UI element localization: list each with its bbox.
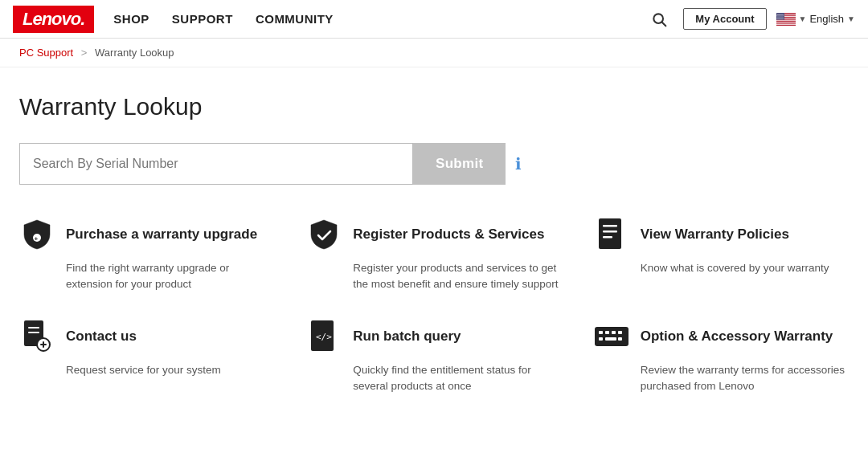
card-option-accessory: Option & Accessory Warranty Review the w… [594, 319, 849, 395]
svg-rect-59 [612, 331, 616, 334]
svg-rect-9 [776, 19, 796, 20]
language-selector[interactable]: ▼ English ▼ [776, 13, 855, 26]
svg-rect-11 [776, 22, 796, 22]
svg-point-20 [777, 14, 778, 15]
document-icon [594, 217, 629, 252]
card-warranty-upgrade: + Purchase a warranty upgrade Find the r… [19, 217, 274, 293]
navbar: Lenovo. SHOP SUPPORT COMMUNITY My Accoun… [0, 0, 868, 39]
card-title: Option & Accessory Warranty [641, 328, 833, 345]
shield-upgrade-icon: + [19, 217, 55, 252]
svg-rect-61 [599, 337, 603, 341]
card-title: Contact us [66, 328, 137, 345]
svg-point-30 [779, 16, 780, 17]
svg-point-22 [780, 14, 781, 15]
card-header: </> Run batch query [306, 319, 561, 354]
svg-rect-57 [599, 331, 603, 334]
card-header: + Purchase a warranty upgrade [19, 217, 274, 252]
svg-point-36 [781, 17, 782, 18]
svg-point-15 [776, 13, 777, 14]
svg-text:</>: </> [316, 332, 332, 342]
main-content: Warranty Lookup Submit ℹ + Purchase a wa… [0, 67, 868, 420]
lenovo-logo[interactable]: Lenovo. [13, 6, 94, 33]
shield-check-icon [306, 217, 342, 252]
svg-point-17 [780, 13, 780, 14]
keyboard-icon [594, 319, 629, 354]
breadcrumb: PC Support > Warranty Lookup [0, 39, 868, 67]
card-header: View Warranty Policies [594, 217, 849, 252]
card-description: Know what is covered by your warranty [594, 260, 849, 276]
card-header: Contact us [19, 319, 274, 354]
card-description: Review the warranty terms for accessorie… [594, 362, 849, 395]
svg-point-34 [778, 17, 779, 18]
svg-point-19 [783, 13, 784, 14]
svg-rect-12 [776, 22, 796, 23]
card-register-products: Register Products & Services Register yo… [306, 217, 561, 293]
serial-number-input[interactable] [19, 143, 413, 185]
svg-point-29 [777, 16, 778, 17]
card-title: View Warranty Policies [641, 226, 789, 243]
svg-point-28 [783, 15, 784, 16]
svg-point-32 [782, 16, 783, 17]
svg-rect-44 [599, 218, 621, 249]
card-title: Run batch query [353, 328, 461, 345]
info-icon[interactable]: ℹ [515, 154, 522, 173]
svg-point-24 [776, 15, 777, 16]
svg-point-35 [780, 17, 780, 18]
breadcrumb-parent[interactable]: PC Support [19, 47, 73, 59]
nav-community[interactable]: COMMUNITY [256, 12, 334, 26]
search-button[interactable] [645, 8, 674, 31]
cards-grid: + Purchase a warranty upgrade Find the r… [19, 217, 849, 394]
breadcrumb-current: Warranty Lookup [95, 47, 174, 59]
navbar-right: My Account [645, 8, 855, 31]
svg-rect-50 [28, 332, 39, 333]
nav-support[interactable]: SUPPORT [172, 12, 233, 26]
lang-chevron-icon-2: ▼ [847, 14, 855, 23]
svg-point-26 [780, 15, 780, 16]
svg-rect-13 [776, 23, 796, 24]
svg-rect-63 [618, 337, 622, 341]
svg-text:+: + [35, 235, 39, 243]
svg-rect-10 [776, 20, 796, 21]
code-doc-icon: </> [306, 319, 342, 354]
card-description: Find the right warranty upgrade or exten… [19, 260, 274, 293]
svg-rect-46 [603, 230, 617, 233]
card-view-warranty: View Warranty Policies Know what is cove… [594, 217, 849, 293]
card-title: Register Products & Services [353, 226, 544, 243]
card-description: Request service for your system [19, 362, 274, 378]
nav-links: SHOP SUPPORT COMMUNITY [113, 12, 645, 26]
svg-rect-53 [43, 341, 44, 348]
submit-button[interactable]: Submit [413, 143, 506, 185]
search-row: Submit ℹ [19, 143, 849, 185]
svg-point-38 [777, 18, 778, 19]
breadcrumb-separator: > [81, 47, 88, 59]
svg-point-16 [778, 13, 779, 14]
document-add-icon [19, 319, 55, 354]
svg-point-27 [781, 15, 782, 16]
language-label: English [809, 13, 844, 25]
svg-rect-56 [595, 327, 628, 346]
svg-point-23 [782, 14, 783, 15]
svg-rect-62 [605, 337, 616, 341]
svg-point-31 [780, 16, 781, 17]
svg-rect-49 [28, 327, 39, 328]
page-title: Warranty Lookup [19, 93, 849, 120]
svg-point-33 [776, 17, 777, 18]
svg-point-40 [780, 18, 781, 19]
svg-rect-45 [603, 225, 617, 227]
svg-point-41 [782, 18, 783, 19]
card-title: Purchase a warranty upgrade [66, 226, 257, 243]
svg-point-25 [778, 15, 779, 16]
nav-shop[interactable]: SHOP [113, 12, 149, 26]
my-account-button[interactable]: My Account [683, 8, 766, 30]
svg-point-18 [781, 13, 782, 14]
svg-rect-47 [603, 236, 612, 239]
lang-chevron-icon: ▼ [799, 14, 807, 23]
card-contact-us: Contact us Request service for your syst… [19, 319, 274, 395]
card-header: Register Products & Services [306, 217, 561, 252]
svg-rect-58 [605, 331, 609, 334]
card-description: Register your products and services to g… [306, 260, 561, 293]
svg-point-37 [783, 17, 784, 18]
card-header: Option & Accessory Warranty [594, 319, 849, 354]
svg-point-21 [779, 14, 780, 15]
card-batch-query: </> Run batch query Quickly find the ent… [306, 319, 561, 395]
